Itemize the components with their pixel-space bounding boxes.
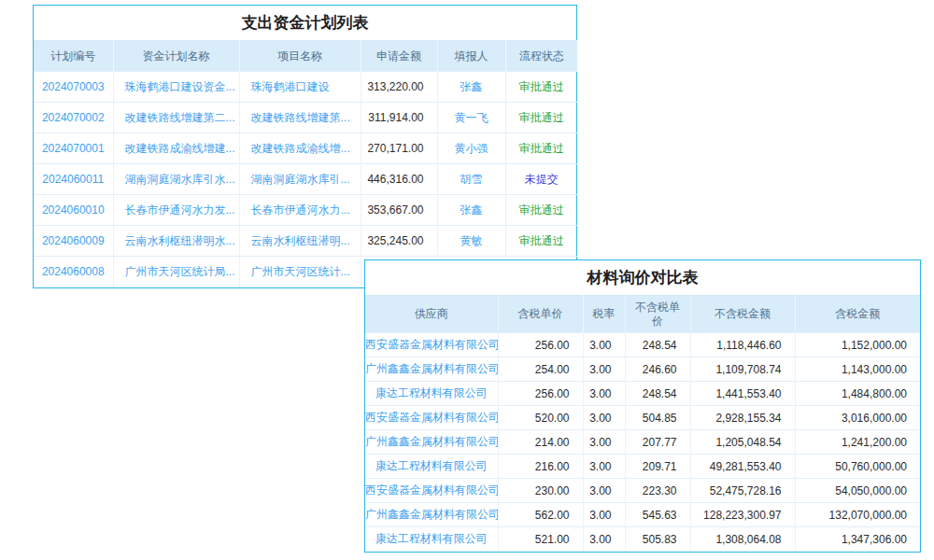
unit-price-tax-cell: 520.00: [498, 406, 583, 430]
plan-id-link[interactable]: 2024070001: [34, 133, 113, 164]
table-row: 西安盛器金属材料有限公司256.003.00248.541,118,446.60…: [365, 333, 920, 357]
tax-rate-cell: 3.00: [583, 357, 625, 382]
plan-name-link[interactable]: 改建铁路线增建第二...: [113, 103, 239, 133]
tax-rate-cell: 3.00: [583, 333, 625, 357]
unit-price-tax-cell: 521.00: [498, 527, 583, 552]
table-row: 2024070001改建铁路成渝线增建...改建铁路成渝线增...270,171…: [34, 133, 577, 164]
unit-price-tax-cell: 562.00: [498, 503, 583, 527]
plan-header-row: 计划编号 资金计划名称 项目名称 申请金额 填报人 流程状态: [34, 41, 577, 72]
table-row: 西安盛器金属材料有限公司230.003.00223.3052,475,728.1…: [365, 479, 920, 503]
amount-no-tax-cell: 1,308,064.08: [690, 527, 795, 552]
plan-col-status: 流程状态: [505, 41, 577, 72]
project-name-link[interactable]: 长春市伊通河水力...: [239, 195, 361, 226]
plan-name-link[interactable]: 改建铁路成渝线增建...: [113, 133, 239, 164]
workflow-status-link[interactable]: 审批通过: [505, 195, 577, 226]
plan-name-link[interactable]: 珠海鹤港口建设资金...: [113, 72, 239, 103]
table-row: 康达工程材料有限公司521.003.00505.831,308,064.081,…: [365, 527, 920, 552]
plan-id-link[interactable]: 2024070003: [34, 72, 113, 103]
plan-col-name: 资金计划名称: [113, 41, 239, 72]
plan-name-link[interactable]: 长春市伊通河水力发...: [113, 195, 239, 226]
plan-name-link[interactable]: 广州市天河区统计局...: [113, 257, 239, 287]
tax-rate-cell: 3.00: [583, 382, 625, 406]
reporter-cell: 黄一飞: [437, 103, 505, 133]
reporter-cell: 黄敏: [437, 226, 505, 257]
workflow-status-link[interactable]: 未提交: [505, 164, 577, 195]
material-quote-table: 供应商 含税单价 税率 不含税单价 不含税金额 含税金额 西安盛器金属材料有限公…: [365, 295, 920, 552]
supplier-link[interactable]: 西安盛器金属材料有限公司: [365, 333, 498, 357]
supplier-link[interactable]: 康达工程材料有限公司: [365, 382, 498, 406]
reporter-cell: 张鑫: [437, 195, 505, 226]
expenditure-plan-panel: 支出资金计划列表 计划编号 资金计划名称 项目名称 申请金额 填报人 流程状态 …: [33, 5, 577, 288]
supplier-link[interactable]: 广州鑫鑫金属材料有限公司: [365, 503, 498, 527]
project-name-link[interactable]: 湖南洞庭湖水库引...: [239, 164, 361, 195]
plan-name-link[interactable]: 湖南洞庭湖水库引水...: [113, 164, 239, 195]
amount-tax-cell: 1,241,200.00: [795, 430, 920, 455]
tax-rate-cell: 3.00: [583, 527, 625, 552]
plan-col-amount: 申请金额: [361, 41, 437, 72]
supplier-link[interactable]: 广州鑫鑫金属材料有限公司: [365, 430, 498, 455]
reporter-cell: 黄小强: [437, 133, 505, 164]
tax-rate-cell: 3.00: [583, 455, 625, 479]
plan-id-link[interactable]: 2024070002: [34, 103, 113, 133]
amount-tax-cell: 50,760,000.00: [795, 455, 920, 479]
amount-no-tax-cell: 49,281,553.40: [690, 455, 795, 479]
amount-no-tax-cell: 1,109,708.74: [690, 357, 795, 382]
unit-price-tax-cell: 254.00: [498, 357, 583, 382]
table-row: 康达工程材料有限公司216.003.00209.7149,281,553.405…: [365, 455, 920, 479]
project-name-link[interactable]: 珠海鹤港口建设: [239, 72, 361, 103]
quote-col-amount-no-tax: 不含税金额: [690, 296, 795, 333]
plan-name-link[interactable]: 云南水利枢纽潜明水...: [113, 226, 239, 257]
expenditure-plan-table: 计划编号 资金计划名称 项目名称 申请金额 填报人 流程状态 202407000…: [34, 40, 577, 287]
unit-price-no-tax-cell: 248.54: [625, 333, 690, 357]
amount-tax-cell: 54,050,000.00: [795, 479, 920, 503]
project-name-link[interactable]: 改建铁路成渝线增...: [239, 133, 361, 164]
supplier-link[interactable]: 西安盛器金属材料有限公司: [365, 406, 498, 430]
amount-no-tax-cell: 1,118,446.60: [690, 333, 795, 357]
plan-id-link[interactable]: 2024060008: [34, 257, 113, 287]
table-row: 西安盛器金属材料有限公司520.003.00504.852,928,155.34…: [365, 406, 920, 430]
request-amount-cell: 311,914.00: [361, 103, 437, 133]
reporter-cell: 张鑫: [437, 72, 505, 103]
workflow-status-link[interactable]: 审批通过: [505, 226, 577, 257]
unit-price-no-tax-cell: 209.71: [625, 455, 690, 479]
project-name-link[interactable]: 云南水利枢纽潜明...: [239, 226, 361, 257]
request-amount-cell: 353,667.00: [361, 195, 437, 226]
table-row: 2024070003珠海鹤港口建设资金...珠海鹤港口建设313,220.00张…: [34, 72, 577, 103]
supplier-link[interactable]: 西安盛器金属材料有限公司: [365, 479, 498, 503]
unit-price-no-tax-cell: 248.54: [625, 382, 690, 406]
amount-tax-cell: 1,152,000.00: [795, 333, 920, 357]
project-name-link[interactable]: 改建铁路线增建第...: [239, 103, 361, 133]
request-amount-cell: 270,171.00: [361, 133, 437, 164]
unit-price-no-tax-cell: 246.60: [625, 357, 690, 382]
tax-rate-cell: 3.00: [583, 406, 625, 430]
supplier-link[interactable]: 广州鑫鑫金属材料有限公司: [365, 357, 498, 382]
project-name-link[interactable]: 广州市天河区统计...: [239, 257, 361, 287]
workflow-status-link[interactable]: 审批通过: [505, 103, 577, 133]
unit-price-tax-cell: 216.00: [498, 455, 583, 479]
table-row: 2024060009云南水利枢纽潜明水...云南水利枢纽潜明...325,245…: [34, 226, 577, 257]
supplier-link[interactable]: 康达工程材料有限公司: [365, 527, 498, 552]
quote-col-unit-price-no-tax: 不含税单价: [625, 296, 690, 333]
quote-col-amount-tax: 含税金额: [795, 296, 920, 333]
plan-col-id: 计划编号: [34, 41, 113, 72]
workflow-status-link[interactable]: 审批通过: [505, 133, 577, 164]
expenditure-plan-title: 支出资金计划列表: [34, 6, 576, 40]
amount-no-tax-cell: 1,441,553.40: [690, 382, 795, 406]
unit-price-no-tax-cell: 505.83: [625, 527, 690, 552]
table-row: 康达工程材料有限公司256.003.00248.541,441,553.401,…: [365, 382, 920, 406]
amount-no-tax-cell: 52,475,728.16: [690, 479, 795, 503]
plan-id-link[interactable]: 2024060011: [34, 164, 113, 195]
unit-price-no-tax-cell: 223.30: [625, 479, 690, 503]
quote-col-unit-price-tax: 含税单价: [498, 296, 583, 333]
amount-no-tax-cell: 1,205,048.54: [690, 430, 795, 455]
plan-id-link[interactable]: 2024060010: [34, 195, 113, 226]
request-amount-cell: 325,245.00: [361, 226, 437, 257]
supplier-link[interactable]: 康达工程材料有限公司: [365, 455, 498, 479]
amount-no-tax-cell: 2,928,155.34: [690, 406, 795, 430]
table-row: 2024060011湖南洞庭湖水库引水...湖南洞庭湖水库引...446,316…: [34, 164, 577, 195]
unit-price-no-tax-cell: 545.63: [625, 503, 690, 527]
tax-rate-cell: 3.00: [583, 503, 625, 527]
amount-no-tax-cell: 128,223,300.97: [690, 503, 795, 527]
plan-id-link[interactable]: 2024060009: [34, 226, 113, 257]
workflow-status-link[interactable]: 审批通过: [505, 72, 577, 103]
